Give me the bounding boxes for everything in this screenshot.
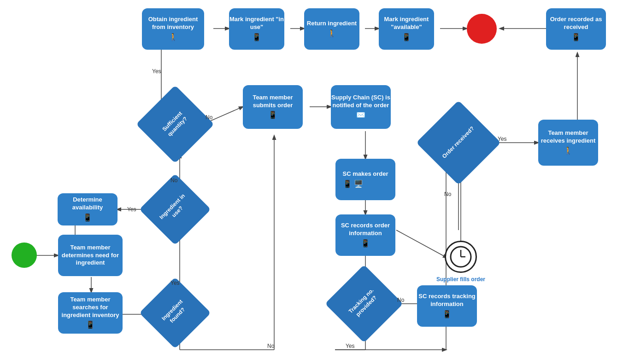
ingredient-found-diamond: Ingredient found? — [150, 288, 200, 338]
team-determines-node: Team member determines need for ingredie… — [58, 235, 123, 276]
tracking-provided-diamond: Tracking no. provided? — [336, 276, 392, 331]
order-received-diamond: Order received? — [429, 113, 488, 173]
label-yes-tracking: Yes — [346, 343, 355, 349]
phone-icon5: 📱 — [546, 33, 606, 42]
label-no-order-received: No — [444, 191, 451, 197]
computer-icon: 🖥️ — [354, 179, 363, 189]
team-submits-node: Team member submits order 📱 — [243, 85, 303, 129]
walk-icon3: 🚶 — [538, 146, 598, 156]
ingredient-in-use-diamond: Ingredient in use? — [150, 184, 200, 235]
svg-line-28 — [396, 230, 447, 258]
walk-icon: 🚶 — [142, 33, 204, 42]
sc-makes-order-node: SC makes order 📱 🖥️ — [335, 159, 395, 200]
team-receives-node: Team member receives ingredient 🚶 — [538, 120, 598, 166]
sc-records-tracking-node: SC records tracking information 📱 — [417, 285, 477, 327]
return-ingredient-node: Return ingredient 🚶 — [304, 8, 359, 50]
phone-icon6: 📱 — [243, 110, 303, 120]
phone-icon3: 📱 — [229, 33, 284, 42]
phone-icon: 📱 — [58, 320, 123, 330]
order-recorded-node: Order recorded as received 📱 — [546, 8, 606, 50]
label-yes-in-use: Yes — [127, 206, 136, 213]
determine-avail-node: Determine availability 📱 — [58, 193, 118, 225]
end-circle-red — [467, 14, 497, 44]
sufficient-qty-diamond: Sufficient quantity? — [147, 97, 203, 152]
sc-notified-node: Supply Chain (SC) is notified of the ord… — [331, 85, 391, 129]
phone-icon7: 📱 — [343, 179, 352, 189]
start-circle — [12, 243, 37, 268]
sc-records-info-node: SC records order information 📱 — [335, 214, 395, 256]
email-icon: ✉️ — [331, 110, 391, 120]
walk-icon2: 🚶 — [307, 29, 357, 39]
flowchart: Team member determines need for ingredie… — [0, 0, 623, 364]
phone-icon9: 📱 — [417, 310, 477, 319]
team-searches-node: Team member searches for ingredient inve… — [58, 292, 123, 334]
mark-available-node: Mark ingredient "available" 📱 — [379, 8, 434, 50]
phone-icon8: 📱 — [335, 239, 395, 248]
supplier-fills-label: Supplier fills order — [433, 276, 488, 283]
mark-in-use-node: Mark ingredient "in use" 📱 — [229, 8, 284, 50]
label-yes-sufficient: Yes — [152, 68, 161, 75]
supplier-fills-clock — [445, 241, 477, 273]
label-no-found: No — [267, 343, 274, 349]
phone-icon2: 📱 — [58, 213, 118, 223]
phone-icon4: 📱 — [379, 33, 434, 42]
obtain-ingredient-node: Obtain ingredient from inventory 🚶 — [142, 8, 204, 50]
